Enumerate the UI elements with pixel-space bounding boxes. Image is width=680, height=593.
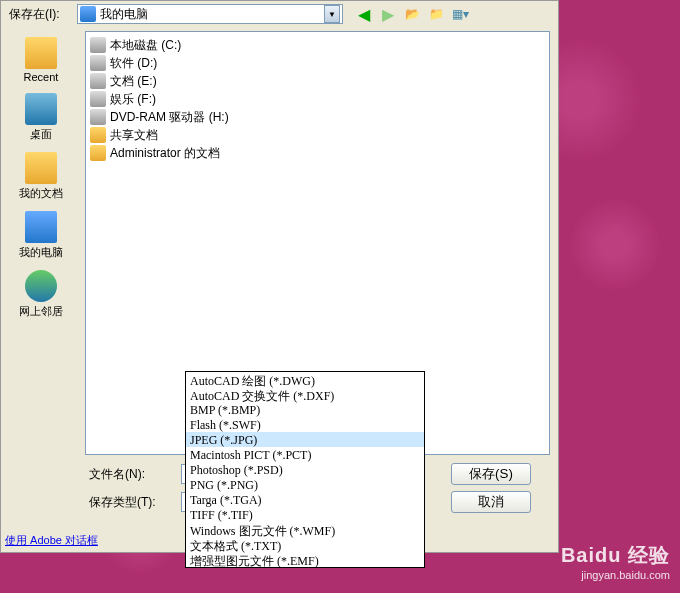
forward-icon: ▶	[379, 5, 397, 23]
filetype-options-list[interactable]: AutoCAD 绘图 (*.DWG)AutoCAD 交换文件 (*.DXF)BM…	[185, 371, 425, 568]
file-name: 娱乐 (F:)	[110, 91, 156, 108]
file-name: 软件 (D:)	[110, 55, 157, 72]
up-folder-icon[interactable]: 📂	[403, 5, 421, 23]
drive-icon	[90, 55, 106, 71]
file-item[interactable]: 共享文档	[90, 126, 545, 144]
filename-label: 文件名(N):	[85, 466, 181, 483]
watermark-url: jingyan.baidu.com	[561, 569, 670, 581]
location-text: 我的电脑	[100, 6, 324, 23]
file-item[interactable]: Administrator 的文档	[90, 144, 545, 162]
file-item[interactable]: 文档 (E:)	[90, 72, 545, 90]
network-icon	[25, 270, 57, 302]
new-folder-icon[interactable]: 📁	[427, 5, 445, 23]
documents-icon	[25, 152, 57, 184]
file-item[interactable]: 娱乐 (F:)	[90, 90, 545, 108]
sidebar-item-computer[interactable]: 我的电脑	[4, 207, 78, 264]
cancel-button[interactable]: 取消	[451, 491, 531, 513]
desktop-icon	[25, 93, 57, 125]
filetype-option[interactable]: BMP (*.BMP)	[186, 402, 424, 417]
sidebar-item-network[interactable]: 网上邻居	[4, 266, 78, 323]
toolbar: 保存在(I): 我的电脑 ▼ ◀ ▶ 📂 📁 ▦▾	[1, 1, 558, 27]
location-dropdown[interactable]: 我的电脑 ▼	[77, 4, 343, 24]
file-name: 本地磁盘 (C:)	[110, 37, 181, 54]
file-name: 文档 (E:)	[110, 73, 157, 90]
file-item[interactable]: 本地磁盘 (C:)	[90, 36, 545, 54]
folder-icon	[90, 127, 106, 143]
places-sidebar: Recent 桌面 我的文档 我的电脑 网上邻居	[1, 27, 81, 523]
filetype-option[interactable]: PNG (*.PNG)	[186, 477, 424, 492]
sidebar-item-recent[interactable]: Recent	[4, 33, 78, 87]
file-name: Administrator 的文档	[110, 145, 220, 162]
save-in-label: 保存在(I):	[5, 6, 73, 23]
filetype-option[interactable]: 文本格式 (*.TXT)	[186, 537, 424, 552]
sidebar-label: 网上邻居	[19, 304, 63, 319]
computer-icon	[25, 211, 57, 243]
file-item[interactable]: DVD-RAM 驱动器 (H:)	[90, 108, 545, 126]
watermark: Baidu 经验 jingyan.baidu.com	[561, 542, 670, 581]
filetype-option[interactable]: AutoCAD 绘图 (*.DWG)	[186, 372, 424, 387]
filetype-option[interactable]: Macintosh PICT (*.PCT)	[186, 447, 424, 462]
filetype-option[interactable]: Photoshop (*.PSD)	[186, 462, 424, 477]
folder-icon	[90, 145, 106, 161]
filetype-option[interactable]: JPEG (*.JPG)	[186, 432, 424, 447]
views-icon[interactable]: ▦▾	[451, 5, 469, 23]
filetype-option[interactable]: TIFF (*.TIF)	[186, 507, 424, 522]
dvd-icon	[90, 109, 106, 125]
sidebar-label: 桌面	[30, 127, 52, 142]
computer-icon	[80, 6, 96, 22]
drive-icon	[90, 37, 106, 53]
drive-icon	[90, 91, 106, 107]
filetype-option[interactable]: Flash (*.SWF)	[186, 417, 424, 432]
sidebar-item-documents[interactable]: 我的文档	[4, 148, 78, 205]
file-item[interactable]: 软件 (D:)	[90, 54, 545, 72]
filetype-option[interactable]: AutoCAD 交换文件 (*.DXF)	[186, 387, 424, 402]
filetype-option[interactable]: Windows 图元文件 (*.WMF)	[186, 522, 424, 537]
sidebar-label: 我的电脑	[19, 245, 63, 260]
filetype-option[interactable]: 增强型图元文件 (*.EMF)	[186, 552, 424, 567]
sidebar-item-desktop[interactable]: 桌面	[4, 89, 78, 146]
filetype-option[interactable]: Targa (*.TGA)	[186, 492, 424, 507]
filetype-label: 保存类型(T):	[85, 494, 181, 511]
file-name: DVD-RAM 驱动器 (H:)	[110, 109, 229, 126]
sidebar-label: 我的文档	[19, 186, 63, 201]
drive-icon	[90, 73, 106, 89]
save-button[interactable]: 保存(S)	[451, 463, 531, 485]
sidebar-label: Recent	[24, 71, 59, 83]
file-name: 共享文档	[110, 127, 158, 144]
back-icon[interactable]: ◀	[355, 5, 373, 23]
chevron-down-icon[interactable]: ▼	[324, 5, 340, 23]
recent-icon	[25, 37, 57, 69]
watermark-brand: Baidu 经验	[561, 542, 670, 569]
adobe-dialog-link[interactable]: 使用 Adobe 对话框	[5, 533, 98, 548]
